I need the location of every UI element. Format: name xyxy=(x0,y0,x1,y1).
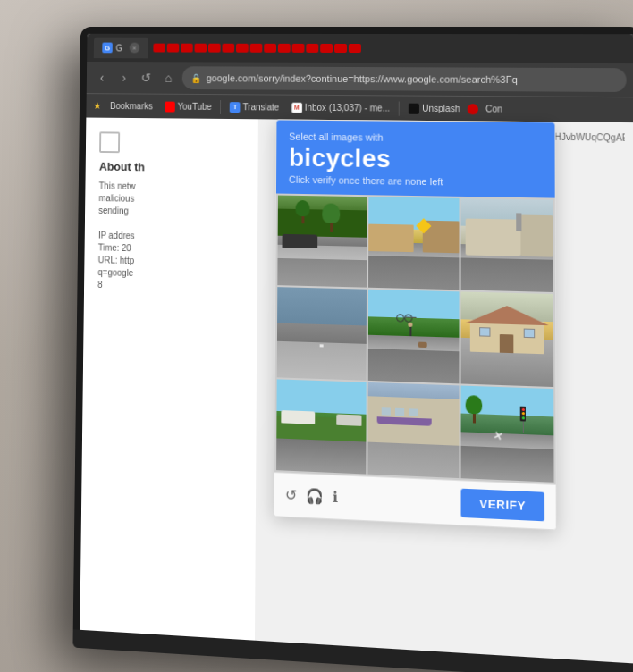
captcha-grid-cell-8[interactable] xyxy=(367,382,459,478)
tree-trunk-2 xyxy=(330,223,333,232)
checkbox-element[interactable] xyxy=(99,131,120,153)
building-left xyxy=(368,224,414,253)
about-title: About th xyxy=(99,160,244,175)
bldg-main xyxy=(466,219,521,256)
captcha-grid-cell-2[interactable] xyxy=(368,197,460,290)
grey-car xyxy=(336,414,361,425)
dog-shape xyxy=(418,342,427,348)
bookmark-separator-1 xyxy=(220,100,221,114)
reload-button[interactable]: ↺ xyxy=(138,69,155,87)
tree-top-2 xyxy=(322,203,340,223)
translate-favicon: T xyxy=(230,102,241,113)
captcha-image-9: ✕ xyxy=(461,386,554,483)
security-lock-icon: 🔒 xyxy=(190,73,201,83)
about-text: This netw malicious sending IP addres Ti… xyxy=(97,180,243,295)
captcha-grid-cell-1[interactable] xyxy=(277,196,367,288)
media-tab-8[interactable] xyxy=(249,44,262,53)
house-roof xyxy=(466,305,549,325)
youtube-label: YouTube xyxy=(178,102,212,112)
cyclist-head xyxy=(408,323,412,327)
about-line-3: sending xyxy=(98,205,243,220)
captcha-select-text: Select all images with xyxy=(289,131,542,145)
bookmark-youtube[interactable]: YouTube xyxy=(159,99,216,113)
media-tab-5[interactable] xyxy=(208,44,221,53)
media-tab-15[interactable] xyxy=(349,44,361,53)
home-button[interactable]: ⌂ xyxy=(160,69,177,87)
tab-strip-area xyxy=(153,44,626,54)
bldg-side xyxy=(520,215,553,257)
monitor-frame: G G × xyxy=(72,27,633,672)
tab-title: G xyxy=(115,43,122,53)
captcha-grid-cell-5[interactable] xyxy=(368,290,460,384)
tree-trunk-3 xyxy=(472,414,475,423)
bookmarks-label: Bookmarks xyxy=(110,101,153,111)
captcha-image-3 xyxy=(461,198,553,292)
bookmark-translate[interactable]: T Translate xyxy=(224,100,284,114)
captcha-grid-cell-4[interactable] xyxy=(277,287,367,381)
red-circle-favicon xyxy=(468,104,478,114)
captcha-refresh-icon[interactable]: ↺ xyxy=(285,486,297,504)
youtube-favicon xyxy=(165,101,175,112)
captcha-image-grid: ✕ xyxy=(274,193,556,483)
media-tab-13[interactable] xyxy=(320,44,333,53)
tree-top xyxy=(296,200,310,216)
tab-favicon: G xyxy=(102,43,113,54)
bookmark-bookmarks[interactable]: Bookmarks xyxy=(105,99,157,113)
tower-element xyxy=(516,213,521,231)
captcha-grid-cell-6[interactable] xyxy=(461,291,554,387)
traffic-light-red xyxy=(521,408,524,411)
media-tab-3[interactable] xyxy=(181,44,193,53)
captcha-grid-cell-7[interactable] xyxy=(276,379,367,474)
active-tab[interactable]: G G × xyxy=(94,38,148,59)
tab-close-button[interactable]: × xyxy=(129,43,139,54)
captcha-info-icon[interactable]: ℹ xyxy=(333,488,338,506)
unsplash-label: Unsplash xyxy=(422,104,460,113)
bookmark-star-icon: ★ xyxy=(93,100,102,112)
road-marking xyxy=(320,344,324,347)
captcha-image-4 xyxy=(277,287,367,381)
address-bar[interactable]: 🔒 google.com/sorry/index?continue=https:… xyxy=(182,66,627,92)
house-window-l xyxy=(479,327,490,337)
captcha-widget: Select all images with bicycles Click ve… xyxy=(274,119,557,530)
bookmark-con[interactable]: Con xyxy=(480,102,508,116)
captcha-instruction: Click verify once there are none left xyxy=(289,174,542,189)
bldg-win-3 xyxy=(409,408,418,416)
tree-trunk xyxy=(301,216,304,223)
media-tab-9[interactable] xyxy=(264,44,276,53)
traffic-light-green xyxy=(521,416,524,419)
bike-frame xyxy=(405,316,416,318)
verify-button[interactable]: VERIFY xyxy=(461,489,545,522)
tab-area: G G × xyxy=(94,38,627,60)
browser-nav-bar: ‹ › ↺ ⌂ 🔒 google.com/sorry/index?continu… xyxy=(87,62,633,97)
bookmark-unsplash[interactable]: Unsplash xyxy=(403,101,466,116)
browser-tab-bar: G G × xyxy=(87,34,633,63)
bookmark-separator-2 xyxy=(399,101,400,115)
media-tab-12[interactable] xyxy=(306,44,318,53)
captcha-header: Select all images with bicycles Click ve… xyxy=(276,120,555,197)
bookmark-gmail[interactable]: M Inbox (13,037) - me... xyxy=(286,100,395,115)
forward-button[interactable]: › xyxy=(115,69,132,87)
media-tab-6[interactable] xyxy=(222,44,234,53)
gmail-favicon: M xyxy=(291,102,302,113)
media-tab-11[interactable] xyxy=(291,44,304,53)
media-tab-4[interactable] xyxy=(194,44,207,53)
tree-crown xyxy=(466,395,483,414)
traffic-light-pole xyxy=(522,421,523,433)
media-tab-1[interactable] xyxy=(153,44,165,53)
media-tab-10[interactable] xyxy=(278,44,291,53)
captcha-grid-cell-3[interactable] xyxy=(461,198,553,292)
address-url-text: google.com/sorry/index?continue=https://… xyxy=(207,72,518,85)
white-car xyxy=(281,410,315,424)
captcha-grid-cell-9[interactable]: ✕ xyxy=(461,386,554,483)
back-button[interactable]: ‹ xyxy=(93,69,110,87)
tree-element-2 xyxy=(322,203,340,232)
media-tab-7[interactable] xyxy=(236,44,249,53)
media-tab-14[interactable] xyxy=(334,44,347,53)
media-tab-2[interactable] xyxy=(167,44,180,53)
gmail-label: Inbox (13,037) - me... xyxy=(305,103,390,113)
about-num: 8 xyxy=(97,279,243,295)
traffic-light-yellow xyxy=(521,412,524,415)
captcha-image-1 xyxy=(277,196,367,288)
captcha-audio-icon[interactable]: 🎧 xyxy=(306,487,324,505)
bike-wheel-back xyxy=(404,314,412,322)
